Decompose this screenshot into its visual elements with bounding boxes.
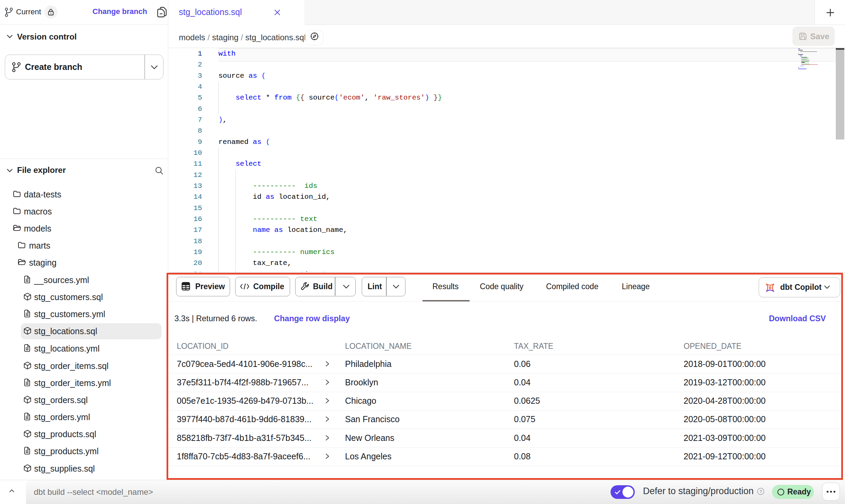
svg-text:?: ? <box>759 489 762 494</box>
